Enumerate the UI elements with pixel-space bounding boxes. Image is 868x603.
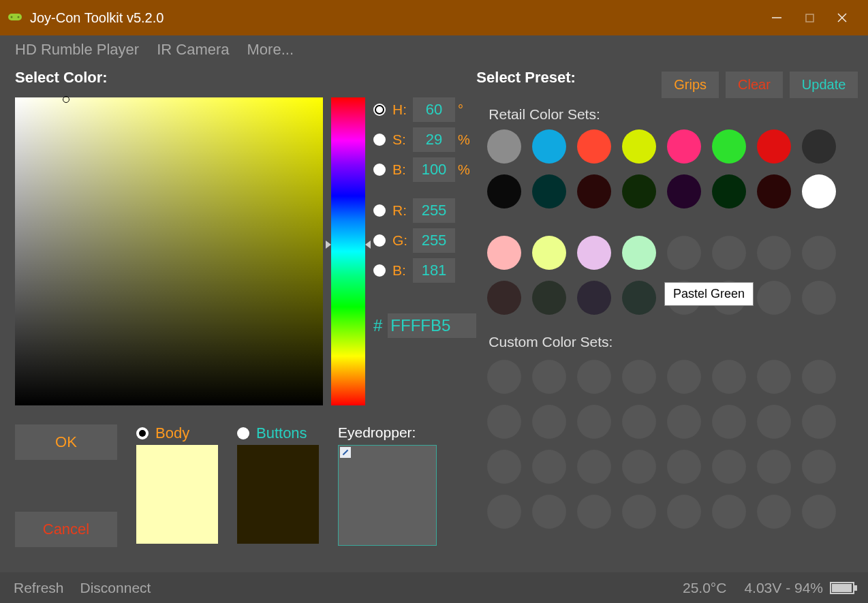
retail-empty-r4-2 — [757, 281, 791, 315]
retail-preset-r1-1[interactable] — [532, 129, 566, 164]
custom-preset-19[interactable] — [622, 450, 656, 484]
blue-label: B: — [392, 262, 410, 279]
clear-button[interactable]: Clear — [726, 72, 783, 98]
custom-preset-5[interactable] — [712, 360, 746, 394]
custom-preset-7[interactable] — [802, 360, 836, 394]
sv-cursor[interactable] — [63, 96, 69, 103]
eyedropper-icon[interactable] — [340, 447, 351, 458]
hex-input[interactable] — [388, 313, 476, 338]
eyedropper-box[interactable] — [338, 445, 437, 546]
green-label: G: — [392, 232, 410, 249]
body-swatch[interactable] — [136, 445, 218, 544]
refresh-link[interactable]: Refresh — [14, 580, 64, 596]
minimize-button[interactable] — [770, 11, 784, 25]
retail-empty-r3-2 — [757, 236, 791, 270]
custom-preset-15[interactable] — [802, 405, 836, 439]
retail-preset-r4-3[interactable] — [622, 281, 656, 315]
custom-preset-16[interactable] — [487, 450, 521, 484]
ok-button[interactable]: OK — [15, 424, 117, 460]
buttons-swatch[interactable] — [237, 445, 319, 544]
retail-preset-r1-5[interactable] — [712, 129, 746, 164]
retail-preset-r1-6[interactable] — [757, 129, 791, 164]
custom-preset-27[interactable] — [622, 495, 656, 529]
body-radio[interactable] — [136, 427, 149, 439]
green-radio[interactable] — [373, 234, 386, 247]
saturation-radio[interactable] — [373, 134, 386, 146]
custom-preset-3[interactable] — [622, 360, 656, 394]
retail-preset-r1-0[interactable] — [487, 129, 521, 164]
hue-slider[interactable] — [331, 97, 365, 405]
svg-point-1 — [11, 16, 13, 18]
retail-preset-r4-2[interactable] — [577, 281, 611, 315]
grips-button[interactable]: Grips — [662, 72, 719, 98]
saturation-input[interactable] — [413, 127, 455, 152]
retail-preset-r4-1[interactable] — [532, 281, 566, 315]
custom-preset-25[interactable] — [532, 495, 566, 529]
retail-preset-r4-0[interactable] — [487, 281, 521, 315]
custom-preset-18[interactable] — [577, 450, 611, 484]
custom-preset-12[interactable] — [667, 405, 701, 439]
red-label: R: — [392, 202, 410, 219]
retail-preset-r3-3[interactable] — [622, 236, 656, 270]
custom-preset-24[interactable] — [487, 495, 521, 529]
blue-radio[interactable] — [373, 264, 386, 277]
retail-preset-r1-7[interactable] — [802, 129, 836, 164]
custom-preset-17[interactable] — [532, 450, 566, 484]
retail-empty-r4-3 — [802, 281, 836, 315]
retail-empty-r3-1 — [712, 236, 746, 270]
buttons-radio[interactable] — [237, 427, 249, 439]
cancel-button[interactable]: Cancel — [15, 512, 117, 547]
retail-preset-r1-4[interactable] — [667, 129, 701, 164]
custom-preset-2[interactable] — [577, 360, 611, 394]
blue-input[interactable] — [413, 258, 455, 283]
custom-preset-21[interactable] — [712, 450, 746, 484]
retail-preset-r1-2[interactable] — [577, 129, 611, 164]
retail-empty-r3-0 — [667, 236, 701, 270]
custom-preset-6[interactable] — [757, 360, 791, 394]
update-button[interactable]: Update — [790, 72, 858, 98]
custom-preset-1[interactable] — [532, 360, 566, 394]
saturation-value-picker[interactable] — [15, 97, 323, 405]
hue-radio[interactable] — [373, 104, 386, 116]
custom-preset-23[interactable] — [802, 450, 836, 484]
custom-preset-13[interactable] — [712, 405, 746, 439]
retail-preset-r3-1[interactable] — [532, 236, 566, 270]
custom-preset-11[interactable] — [622, 405, 656, 439]
green-input[interactable] — [413, 228, 455, 253]
custom-preset-8[interactable] — [487, 405, 521, 439]
brightness-radio[interactable] — [373, 164, 386, 176]
menu-hd-rumble[interactable]: HD Rumble Player — [15, 41, 139, 59]
custom-preset-22[interactable] — [757, 450, 791, 484]
custom-preset-31[interactable] — [802, 495, 836, 529]
retail-preset-r2-3[interactable] — [622, 174, 656, 208]
custom-preset-10[interactable] — [577, 405, 611, 439]
brightness-input[interactable] — [413, 157, 455, 182]
disconnect-link[interactable]: Disconnect — [80, 580, 151, 596]
custom-preset-14[interactable] — [757, 405, 791, 439]
custom-preset-0[interactable] — [487, 360, 521, 394]
retail-preset-r2-4[interactable] — [667, 174, 701, 208]
custom-preset-28[interactable] — [667, 495, 701, 529]
retail-preset-r2-0[interactable] — [487, 174, 521, 208]
retail-preset-r1-3[interactable] — [622, 129, 656, 164]
retail-preset-r2-1[interactable] — [532, 174, 566, 208]
close-button[interactable] — [835, 11, 849, 25]
hue-input[interactable] — [413, 97, 455, 122]
maximize-button[interactable] — [803, 11, 816, 25]
retail-preset-r2-2[interactable] — [577, 174, 611, 208]
retail-preset-r2-5[interactable] — [712, 174, 746, 208]
menu-ir-camera[interactable]: IR Camera — [157, 41, 229, 59]
retail-preset-r2-7[interactable] — [802, 174, 836, 208]
custom-preset-26[interactable] — [577, 495, 611, 529]
retail-preset-r3-2[interactable] — [577, 236, 611, 270]
red-radio[interactable] — [373, 204, 386, 217]
custom-preset-4[interactable] — [667, 360, 701, 394]
custom-preset-30[interactable] — [757, 495, 791, 529]
retail-preset-r2-6[interactable] — [757, 174, 791, 208]
retail-preset-r3-0[interactable] — [487, 236, 521, 270]
custom-preset-9[interactable] — [532, 405, 566, 439]
red-input[interactable] — [413, 198, 455, 223]
custom-preset-20[interactable] — [667, 450, 701, 484]
menu-more[interactable]: More... — [247, 41, 294, 59]
custom-preset-29[interactable] — [712, 495, 746, 529]
